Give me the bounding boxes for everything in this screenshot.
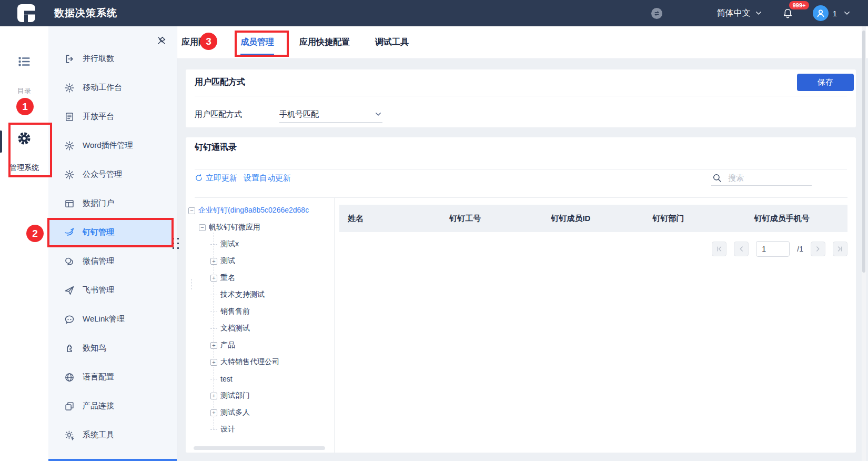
sidebar-item-label: 公众号管理 [83,169,122,179]
tree-node-label[interactable]: 技术支持测试 [220,290,265,299]
sidebar-item-language-config[interactable]: 语言配置 [48,363,173,392]
first-page-button[interactable] [712,242,726,256]
annotation-step-2-badge: 2 [26,225,44,242]
page-number-input[interactable] [756,241,790,257]
page-scrollbar[interactable] [862,26,866,461]
sidebar-item-label: WeLink管理 [83,314,125,324]
language-selector[interactable]: 简体中文 [717,8,763,19]
expand-toggle-icon[interactable]: + [210,409,217,416]
prev-page-button[interactable] [734,242,749,256]
tree-node-label[interactable]: 测试多人 [220,408,250,417]
admin-gear-icon[interactable] [17,132,31,145]
tree-node-enterprise-root[interactable]: −企业钉钉(ding8a8b5c0266e2d68c [186,202,334,219]
page-scrollbar-thumb[interactable] [862,31,865,273]
tree-node-label[interactable]: 销售售前 [220,307,250,316]
tree-node-label[interactable]: test [220,375,233,383]
sidebar-item-label: Word插件管理 [83,141,133,151]
collapse-toggle-icon[interactable]: − [188,207,195,214]
tree-node-tech-support-test[interactable]: 技术支持测试 [186,286,334,303]
sidebar-item-data-portal[interactable]: 数据门户 [48,189,173,218]
tree-node-duplicate-name[interactable]: +重名 [186,269,334,286]
tree-node-product[interactable]: +产品 [186,337,334,354]
last-page-button[interactable] [833,242,847,256]
search-input[interactable] [727,173,812,183]
save-button[interactable]: 保存 [797,74,854,91]
tree-node-test-dept[interactable]: +测试部门 [186,387,334,404]
portal-icon [64,198,75,209]
tree-node-sales-presales[interactable]: 销售售前 [186,303,334,320]
tree-node-doc-test[interactable]: 文档测试 [186,320,334,337]
sidebar-item-welink[interactable]: WeLink管理 [48,305,173,334]
feishu-icon [64,285,75,296]
tab-debug-tools[interactable]: 调试工具 [375,26,409,58]
topbar: 数据决策系统 简体中文 999+ 1 [0,0,868,26]
sidebar-item-parallel-fetch[interactable]: 并行取数 [48,44,173,73]
sidebar-item-system-tools[interactable]: 系统工具 [48,420,173,449]
tree-node-test-multi[interactable]: +测试多人 [186,404,334,421]
sidebar-item-shuzhiniao[interactable]: 数知鸟 [48,334,173,363]
expand-toggle-icon[interactable]: + [210,342,217,349]
tree-node-label[interactable]: 测试部门 [220,391,250,400]
app-window: 数据决策系统 简体中文 999+ 1 目录 管理系统 并行取数移动工作台开放平台… [0,0,868,461]
tree-node-date-sales-agency[interactable]: +大特销售代理公司 [186,354,334,370]
rail-item-catalog[interactable]: 目录 [0,86,48,96]
tree-node-label[interactable]: 产品 [220,340,235,350]
collapse-toggle-icon[interactable]: − [199,224,206,231]
tree-node-label[interactable]: 测试x [220,239,239,249]
select-value: 手机号匹配 [279,109,319,119]
sidebar-item-label: 开放平台 [83,112,114,122]
tree-node-test-en[interactable]: test [186,370,334,387]
notifications-button[interactable]: 999+ [782,0,794,26]
sidebar-item-mobile-workbench[interactable]: 移动工作台 [48,73,173,102]
panel-drag-handle[interactable] [173,238,181,252]
avatar[interactable] [813,5,829,21]
tab-app-shortcut-config[interactable]: 应用快捷配置 [299,26,350,58]
tree-node-label[interactable]: 企业钉钉(ding8a8b5c0266e2d68c [198,206,309,215]
table-column-header: 姓名 [339,214,441,224]
sidebar-item-open-platform[interactable]: 开放平台 [48,102,173,131]
tree-node-design[interactable]: 设计 [186,421,334,438]
expand-toggle-icon[interactable]: + [210,393,217,399]
sidebar-item-wechat[interactable]: 微信管理 [48,247,173,276]
sidebar-menu: 并行取数移动工作台开放平台Word插件管理公众号管理数据门户钉钉管理微信管理飞书… [48,26,177,449]
auto-update-link[interactable]: 设置自动更新 [244,173,291,183]
tree-node-label[interactable]: 大特销售代理公司 [220,357,279,367]
sidebar-item-product-connect[interactable]: 产品连接 [48,392,173,420]
gear-icon [64,141,75,151]
tab-member-management[interactable]: 成员管理 [240,26,274,58]
tree-node-fanruan-micro-app[interactable]: −帆软钉钉微应用 [186,219,334,236]
expand-toggle-icon[interactable]: + [210,275,217,282]
sidebar-item-official-account[interactable]: 公众号管理 [48,160,173,189]
search-icon [712,173,722,183]
tree-node-label[interactable]: 测试 [220,256,235,266]
update-links: 立即更新 设置自动更新 [195,171,291,185]
expand-toggle-icon[interactable]: + [210,359,217,366]
divider [195,197,847,198]
tree-node-label[interactable]: 文档测试 [220,324,250,333]
unpin-icon[interactable] [157,36,166,45]
tree-node-label[interactable]: 设计 [220,425,235,434]
wechat-icon [64,256,75,267]
expand-toggle-icon[interactable]: + [210,258,217,265]
sidebar-item-dingtalk[interactable]: 钉钉管理 [48,218,173,247]
tree-node-label[interactable]: 重名 [220,273,235,283]
prev-page-icon [738,245,745,253]
table-column-header: 钉钉成员手机号 [746,214,847,224]
sidebar-item-label: 产品连接 [83,401,114,411]
switch-icon[interactable] [651,8,662,19]
tree-node-label[interactable]: 帆软钉钉微应用 [209,223,260,232]
sidebar-item-word-plugin[interactable]: Word插件管理 [48,131,173,160]
update-now-link[interactable]: 立即更新 [206,173,237,183]
tree-node-test[interactable]: +测试 [186,253,334,269]
chevron-down-icon[interactable] [843,9,851,17]
tree-node-test-x[interactable]: 测试x [186,236,334,253]
rail-item-admin[interactable]: 管理系统 [0,163,48,173]
catalog-list-icon[interactable] [17,55,31,68]
gear-icon [64,169,75,180]
language-label: 简体中文 [717,8,751,19]
sidebar-item-feishu[interactable]: 飞书管理 [48,276,173,305]
match-method-select[interactable]: 手机号匹配 [279,106,382,123]
rail-active-strip [0,131,2,153]
tree-horizontal-scrollbar[interactable] [194,446,325,450]
next-page-button[interactable] [811,242,825,256]
